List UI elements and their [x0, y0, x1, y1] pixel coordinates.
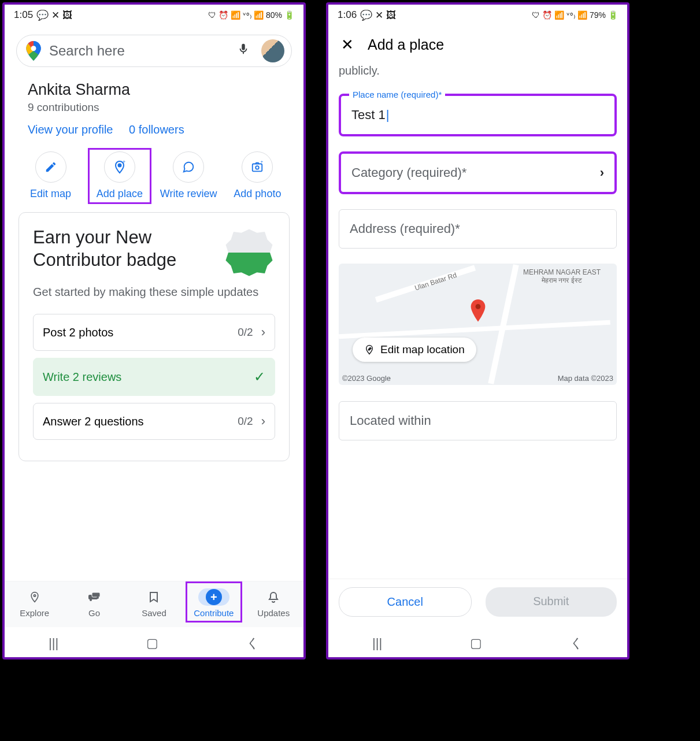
status-left-icons: 💬 ✕ 🖼 [360, 9, 395, 21]
edit-map-button[interactable]: Edit map [19, 151, 83, 201]
status-time: 1:05 [14, 9, 33, 21]
badge-card: Earn your New Contributor badge Get star… [18, 212, 290, 461]
svg-point-11 [475, 304, 480, 309]
svg-point-6 [34, 595, 35, 596]
status-left-icons: 💬 ✕ 🖼 [36, 9, 72, 21]
category-field[interactable]: Category (required)* › [339, 151, 617, 194]
system-nav: ||| ▢ く [328, 629, 627, 657]
nav-saved[interactable]: Saved [128, 586, 180, 620]
write-review-button[interactable]: Write review [157, 151, 220, 201]
field-label: Place name (required)* [349, 90, 445, 99]
bottom-nav: Explore Go Saved + Contribute Updates [5, 581, 303, 627]
edit-location-icon [364, 344, 375, 355]
status-time: 1:06 [338, 9, 357, 21]
followers-link[interactable]: 0 followers [129, 123, 184, 136]
area-label: MEHRAM NAGAR EAST मेहराम नगर ईस्ट [523, 268, 601, 284]
bookmark-icon [138, 588, 169, 606]
nav-explore[interactable]: Explore [9, 586, 61, 620]
task-answer-questions[interactable]: Answer 2 questions 0/2 › [33, 403, 275, 440]
profile-name: Ankita Sharma [28, 81, 280, 99]
svg-point-4 [256, 166, 260, 169]
action-row: Edit map + Add place Write review + Add … [5, 146, 303, 212]
battery-text: 79% [590, 10, 606, 20]
recents-button[interactable]: ||| [49, 636, 58, 651]
map-marker-icon [468, 299, 488, 327]
button-row: Cancel Submit [328, 579, 627, 625]
home-button[interactable]: ▢ [146, 636, 158, 651]
search-placeholder: Search here [49, 43, 225, 59]
car-icon [79, 588, 110, 606]
add-photo-button[interactable]: + Add photo [225, 151, 289, 201]
view-profile-link[interactable]: View your profile [28, 123, 113, 136]
svg-point-0 [31, 46, 36, 51]
back-button[interactable]: く [246, 635, 260, 652]
profile-section: Ankita Sharma 9 contributions View your … [5, 76, 303, 146]
close-icon[interactable]: ✕ [341, 36, 354, 54]
modal-title: Add a place [368, 36, 444, 53]
svg-text:+: + [261, 161, 264, 165]
status-right-icons: 🛡 ⏰ 📶 ᵛᵒ₎ 📶 79% 🔋 [532, 10, 618, 20]
status-bar: 1:06 💬 ✕ 🖼 🛡 ⏰ 📶 ᵛᵒ₎ 📶 79% 🔋 [328, 5, 627, 25]
check-icon: ✓ [254, 369, 265, 385]
status-right-icons: 🛡 ⏰ 📶 ᵛᵒ₎ 📶 80% 🔋 [208, 10, 294, 20]
field-placeholder: Located within [350, 413, 431, 428]
back-button[interactable]: く [570, 635, 583, 652]
badge-subtitle: Get started by making these simple updat… [33, 284, 275, 300]
svg-point-10 [97, 596, 99, 599]
place-name-field[interactable]: Place name (required)* Test 1 [339, 94, 617, 136]
modal-header: ✕ Add a place [328, 25, 627, 64]
chevron-right-icon: › [600, 165, 604, 180]
nav-contribute[interactable]: + Contribute [188, 586, 240, 620]
highlight-annotation [186, 581, 242, 623]
address-field[interactable]: Address (required)* [339, 209, 617, 249]
pin-icon [19, 588, 50, 606]
field-placeholder: Address (required)* [350, 221, 460, 236]
badge-graphic-icon [223, 227, 275, 279]
svg-point-9 [90, 599, 92, 601]
battery-text: 80% [266, 10, 282, 20]
mic-icon[interactable] [234, 39, 253, 62]
map-attribution: Map data ©2023 [558, 374, 613, 383]
recents-button[interactable]: ||| [372, 636, 382, 651]
maps-logo-icon [26, 41, 41, 61]
modal-body: publicly. Place name (required)* Test 1 … [328, 64, 627, 657]
hint-text: publicly. [339, 64, 617, 77]
chevron-right-icon: › [261, 414, 265, 429]
home-button[interactable]: ▢ [470, 636, 482, 651]
system-nav: ||| ▢ く [5, 629, 303, 657]
phone-left: 1:05 💬 ✕ 🖼 🛡 ⏰ 📶 ᵛᵒ₎ 📶 80% 🔋 Search here… [2, 2, 306, 660]
highlight-annotation [88, 148, 151, 204]
nav-updates[interactable]: Updates [247, 586, 299, 620]
profile-avatar[interactable] [261, 39, 284, 62]
edit-map-location-button[interactable]: Edit map location [353, 338, 476, 362]
task-write-reviews[interactable]: Write 2 reviews ✓ [33, 358, 275, 396]
nav-go[interactable]: Go [68, 586, 120, 620]
svg-rect-8 [92, 592, 100, 597]
contribution-count: 9 contributions [28, 101, 280, 114]
field-placeholder: Category (required)* [351, 165, 600, 180]
map-preview[interactable]: Ulan Batar Rd MEHRAM NAGAR EAST मेहराम न… [339, 264, 617, 385]
svg-rect-3 [253, 164, 262, 172]
search-bar[interactable]: Search here [16, 35, 292, 67]
cancel-button[interactable]: Cancel [339, 587, 472, 617]
badge-title: Earn your New Contributor badge [33, 227, 215, 272]
status-bar: 1:05 💬 ✕ 🖼 🛡 ⏰ 📶 ᵛᵒ₎ 📶 80% 🔋 [5, 5, 303, 25]
chevron-right-icon: › [261, 325, 265, 340]
located-within-field[interactable]: Located within [339, 401, 617, 440]
add-place-button[interactable]: + Add place [88, 151, 151, 201]
field-value: Test 1 [351, 108, 389, 122]
task-post-photos[interactable]: Post 2 photos 0/2 › [33, 314, 275, 351]
phone-right: 1:06 💬 ✕ 🖼 🛡 ⏰ 📶 ᵛᵒ₎ 📶 79% 🔋 ✕ Add a pla… [326, 2, 629, 660]
map-copyright: ©2023 Google [342, 374, 391, 383]
submit-button[interactable]: Submit [486, 587, 617, 617]
bell-icon [258, 588, 289, 606]
